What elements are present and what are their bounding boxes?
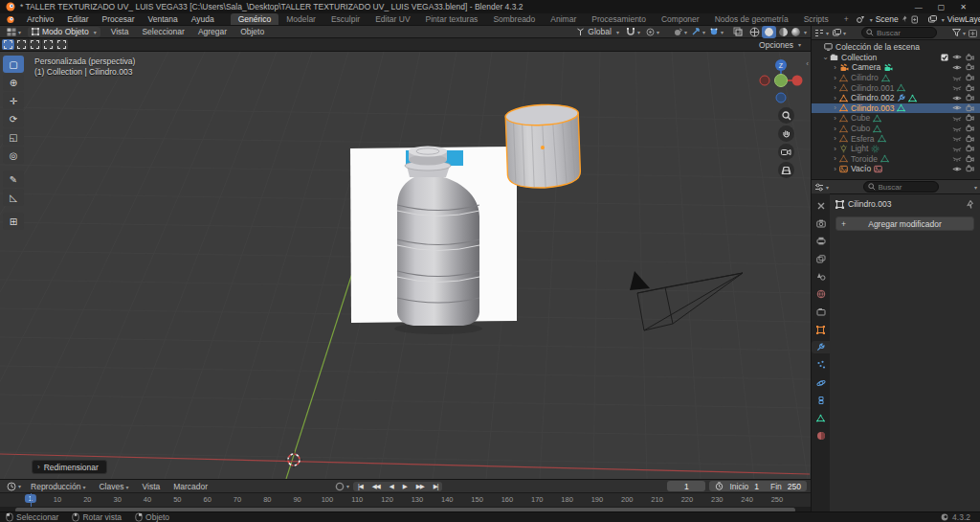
new-collection-icon[interactable] xyxy=(969,29,977,37)
properties-tab-constraints[interactable] xyxy=(812,395,830,407)
ruler-tick-130[interactable]: 130 xyxy=(412,495,424,504)
hide-eye-icon[interactable] xyxy=(952,115,962,122)
outliner-filter-button[interactable]: ▾ xyxy=(952,29,966,36)
hide-eye-icon[interactable] xyxy=(952,84,962,91)
render-visibility-icon[interactable] xyxy=(966,104,974,112)
maximize-button[interactable]: ▢ xyxy=(938,3,946,11)
tool-scale[interactable]: ◱ xyxy=(3,128,24,146)
ruler-tick-230[interactable]: 230 xyxy=(711,495,724,504)
properties-tab-modifiers[interactable] xyxy=(812,341,830,353)
menu-archivo[interactable]: Archivo xyxy=(20,14,60,24)
timeline-menu-marcador[interactable]: Marcador xyxy=(167,482,214,491)
render-visibility-icon[interactable] xyxy=(966,63,974,71)
hide-eye-icon[interactable] xyxy=(952,166,962,172)
viewport-menu-vista[interactable]: Vista xyxy=(104,27,136,36)
menu-ayuda[interactable]: Ayuda xyxy=(185,14,221,24)
tool-measure[interactable]: ◺ xyxy=(3,189,24,206)
outliner-item-cubo[interactable]: › Cubo xyxy=(812,124,980,134)
ruler-tick-140[interactable]: 140 xyxy=(441,495,454,504)
render-visibility-icon[interactable] xyxy=(966,125,974,132)
ruler-tick-10[interactable]: 10 xyxy=(54,495,61,504)
properties-tab-world[interactable] xyxy=(812,288,830,301)
render-visibility-icon[interactable] xyxy=(966,94,974,102)
render-visibility-icon[interactable] xyxy=(966,155,974,163)
shading-material-button[interactable] xyxy=(778,27,789,37)
jump-to-start-button[interactable]: |◀ xyxy=(353,482,368,491)
ruler-tick-170[interactable]: 170 xyxy=(531,495,544,504)
jump-to-end-button[interactable]: ▶| xyxy=(429,482,443,491)
workspace-tab-gen-rico[interactable]: Genérico xyxy=(231,13,279,25)
perspective-toggle-button[interactable] xyxy=(778,162,794,178)
ruler-tick-250[interactable]: 250 xyxy=(771,495,784,504)
gizmos-dropdown[interactable]: ▾ xyxy=(691,27,705,36)
outliner-search[interactable] xyxy=(861,27,937,38)
select-mode-invert[interactable] xyxy=(42,39,55,50)
properties-tab-object[interactable] xyxy=(812,324,830,336)
outliner-item-esfera[interactable]: › Esfera xyxy=(812,133,980,144)
ruler-tick-60[interactable]: 60 xyxy=(203,495,211,504)
hide-eye-icon[interactable] xyxy=(952,104,962,111)
tool-add-cube[interactable]: ⊞ xyxy=(3,213,24,230)
properties-tab-collection[interactable] xyxy=(812,306,830,318)
shading-solid-button[interactable] xyxy=(762,26,776,38)
outliner-item-cilindro-001[interactable]: › Cilindro.001 xyxy=(812,82,980,93)
workspace-tab-esculpir[interactable]: Esculpir xyxy=(323,13,368,25)
properties-tab-particles[interactable] xyxy=(812,359,830,372)
camera-view-button[interactable] xyxy=(778,144,794,160)
outliner-editor-type-button[interactable]: ▾ xyxy=(814,29,829,37)
outliner-item-cube[interactable]: › Cube xyxy=(812,113,980,124)
viewport-menu-objeto[interactable]: Objeto xyxy=(234,27,271,36)
render-visibility-icon[interactable] xyxy=(966,84,974,92)
ruler-tick-150[interactable]: 150 xyxy=(471,495,483,504)
properties-tab-physics[interactable] xyxy=(812,376,830,389)
workspace-tab-pintar-texturas[interactable]: Pintar texturas xyxy=(418,13,486,25)
properties-tab-output[interactable] xyxy=(812,235,830,247)
pin-icon[interactable] xyxy=(902,15,908,23)
ruler-tick-200[interactable]: 200 xyxy=(621,495,634,504)
properties-tab-view-layer[interactable] xyxy=(812,253,830,265)
timeline-menu-vista[interactable]: Vista xyxy=(135,482,167,491)
snap-toggle[interactable]: ▾ xyxy=(626,27,640,36)
xray-toggle[interactable] xyxy=(733,27,743,36)
render-visibility-icon[interactable] xyxy=(966,74,974,81)
ruler-tick-40[interactable]: 40 xyxy=(144,495,151,504)
outliner-item-toroide[interactable]: › Toroide xyxy=(812,154,980,165)
properties-search[interactable] xyxy=(863,181,939,193)
hide-eye-icon[interactable] xyxy=(952,146,962,152)
select-mode-subtract[interactable] xyxy=(29,39,41,50)
mode-selector[interactable]: Modo Objeto ▾ xyxy=(28,27,100,37)
viewlayer-selector[interactable]: ▾ ViewLayer ✕ xyxy=(928,14,980,24)
current-frame-field[interactable]: 1 xyxy=(667,481,705,491)
ruler-tick-190[interactable]: 190 xyxy=(591,495,604,504)
hide-eye-icon[interactable] xyxy=(952,54,962,60)
properties-tab-tool[interactable] xyxy=(812,199,830,212)
outliner-item-cilindro-002[interactable]: › Cilindro.002 xyxy=(812,93,980,103)
ruler-tick-160[interactable]: 160 xyxy=(501,495,514,504)
add-modifier-button[interactable]: + Agregar modificador xyxy=(835,216,974,231)
viewport-menu-seleccionar[interactable]: Seleccionar xyxy=(135,27,190,36)
shading-dropdown[interactable]: ▾ xyxy=(804,29,807,35)
select-mode-new[interactable] xyxy=(2,39,14,50)
hide-eye-icon[interactable] xyxy=(952,75,962,81)
shading-wireframe-button[interactable] xyxy=(749,27,760,37)
ruler-tick-20[interactable]: 20 xyxy=(83,495,91,504)
properties-options-dropdown[interactable]: ▾ xyxy=(974,184,977,191)
play-button[interactable]: ▶ xyxy=(398,482,412,491)
outliner-search-input[interactable] xyxy=(877,29,932,37)
add-workspace-button[interactable]: + xyxy=(836,13,857,25)
navigation-gizmo[interactable]: Z xyxy=(755,56,807,178)
hide-eye-icon[interactable] xyxy=(952,155,962,162)
outliner-scene-collection-row[interactable]: Colección de la escena xyxy=(812,42,980,53)
workspace-tab-modelar[interactable]: Modelar xyxy=(278,13,323,25)
timeline-ruler[interactable]: 1102030405060708090100110120130140150160… xyxy=(0,493,811,507)
blender-menu-icon[interactable] xyxy=(0,15,20,24)
viewport-menu-agregar[interactable]: Agregar xyxy=(191,27,234,36)
timeline-menu-claves[interactable]: Claves▾ xyxy=(92,482,135,491)
timeline-menu-reproducci-n[interactable]: Reproducción▾ xyxy=(24,482,92,491)
workspace-tab-scripts[interactable]: Scripts xyxy=(796,13,836,25)
render-visibility-icon[interactable] xyxy=(966,54,974,61)
properties-tab-render[interactable] xyxy=(812,217,830,230)
select-mode-extend[interactable] xyxy=(15,39,28,50)
hide-eye-icon[interactable] xyxy=(952,95,962,102)
ruler-tick-30[interactable]: 30 xyxy=(113,495,121,504)
